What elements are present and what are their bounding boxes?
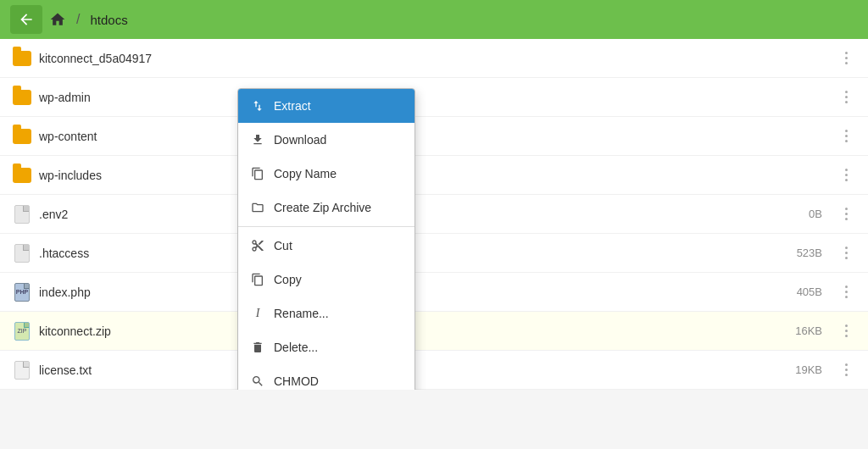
delete-label: Delete...	[274, 341, 403, 354]
zip-archive-icon	[250, 200, 265, 215]
folder-icon	[12, 48, 32, 69]
table-row[interactable]: ZIP kitconnect.zip 16KB	[0, 312, 868, 351]
row-menu-button[interactable]	[836, 282, 856, 302]
extract-label: Extract	[274, 99, 403, 113]
row-menu-button[interactable]	[836, 87, 856, 108]
folder-icon	[12, 126, 32, 147]
php-icon: PHP	[12, 282, 32, 302]
download-icon	[250, 132, 265, 147]
current-path: htdocs	[90, 13, 127, 27]
row-menu-button[interactable]	[836, 48, 856, 69]
table-row[interactable]: .htaccess 523B	[0, 234, 868, 273]
copy-name-icon	[250, 166, 265, 181]
copy-icon	[250, 272, 265, 287]
copy-name-label: Copy Name	[274, 167, 403, 180]
row-menu-button[interactable]	[836, 165, 856, 186]
context-menu-download[interactable]: Download	[238, 123, 415, 157]
rename-icon: I	[250, 306, 265, 321]
chmod-icon	[250, 374, 265, 389]
folder-icon	[12, 87, 32, 108]
topbar: / htdocs	[0, 0, 868, 39]
context-menu-rename[interactable]: I Rename...	[238, 297, 415, 330]
zip-icon: ZIP	[12, 321, 32, 341]
row-menu-button[interactable]	[836, 243, 856, 263]
context-menu-copy-name[interactable]: Copy Name	[238, 157, 415, 191]
row-menu-button[interactable]	[836, 204, 856, 224]
cut-icon	[250, 238, 265, 253]
context-menu-delete[interactable]: Delete...	[238, 330, 415, 364]
context-menu-create-zip[interactable]: Create Zip Archive	[238, 191, 415, 224]
copy-label: Copy	[274, 273, 403, 286]
context-menu-copy[interactable]: Copy	[238, 263, 415, 297]
file-list: kitconnect_d5a04917 wp-admin wp-content …	[0, 39, 868, 390]
table-row[interactable]: license.txt 19KB	[0, 351, 868, 390]
back-button[interactable]	[10, 5, 42, 34]
context-menu-extract[interactable]: Extract	[238, 89, 415, 123]
cut-label: Cut	[274, 239, 403, 252]
folder-icon	[12, 165, 32, 186]
txt-icon	[12, 360, 32, 380]
menu-separator	[238, 226, 415, 227]
download-label: Download	[274, 133, 403, 147]
rename-label: Rename...	[274, 307, 403, 320]
row-menu-button[interactable]	[836, 321, 856, 341]
table-row[interactable]: .env2 0B	[0, 195, 868, 234]
extract-icon	[250, 98, 265, 114]
doc-icon	[12, 204, 32, 224]
table-row[interactable]: wp-content	[0, 117, 868, 156]
chmod-label: CHMOD	[274, 374, 403, 388]
path-separator: /	[76, 12, 80, 27]
row-menu-button[interactable]	[836, 360, 856, 380]
table-row[interactable]: wp-includes	[0, 156, 868, 195]
create-zip-label: Create Zip Archive	[274, 201, 403, 214]
context-menu-chmod[interactable]: CHMOD	[238, 364, 415, 390]
table-row[interactable]: wp-admin	[0, 78, 868, 117]
table-row[interactable]: PHP index.php 405B	[0, 273, 868, 312]
home-icon[interactable]	[49, 11, 66, 28]
context-menu-cut[interactable]: Cut	[238, 229, 415, 263]
row-menu-button[interactable]	[836, 126, 856, 147]
doc-icon	[12, 243, 32, 263]
delete-icon	[250, 340, 265, 355]
context-menu: Extract Download Copy Name Create Zip Ar…	[237, 88, 415, 390]
table-row[interactable]: kitconnect_d5a04917	[0, 39, 868, 78]
